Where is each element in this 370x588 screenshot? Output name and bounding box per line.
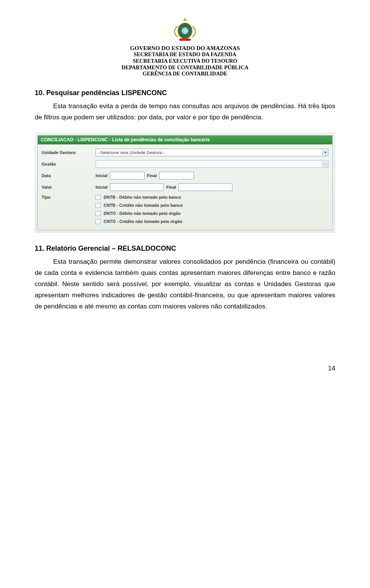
tipo-checkbox-cntb[interactable]: CNTB - Crédito não tomado pelo banco <box>96 203 183 208</box>
chevron-down-icon <box>322 161 328 167</box>
header-line-3: SECRETARIA EXECUTIVA DO TESOURO <box>35 58 335 65</box>
label-data: Data <box>42 173 96 178</box>
checkbox-icon <box>96 195 101 200</box>
label-data-inicial: Inicial <box>96 173 108 178</box>
page-number: 14 <box>35 318 335 388</box>
label-data-final: Final <box>147 173 157 178</box>
tipo-checkbox-dntb[interactable]: DNTB - Débito não tomado pelo banco <box>96 195 183 200</box>
gestao-select[interactable] <box>96 160 328 168</box>
tipo-label-cntb: CNTB - Crédito não tomado pelo banco <box>104 203 183 208</box>
checkbox-icon <box>96 203 101 208</box>
tipo-label-dntb: DNTB - Débito não tomado pelo banco <box>104 195 181 199</box>
tipo-checkbox-dnto[interactable]: DNTO - Débito não tomado pelo órgão <box>96 211 183 216</box>
checkbox-icon <box>96 211 101 216</box>
svg-rect-1 <box>179 39 191 41</box>
header-line-2: SECRETARIA DE ESTADO DA FAZENDA <box>35 52 335 58</box>
valor-final-input[interactable] <box>178 183 232 191</box>
checkbox-icon <box>96 219 101 224</box>
label-unidade-gestora: Unidade Gestora <box>42 150 96 155</box>
label-gestao: Gestão <box>42 162 96 166</box>
valor-inicial-input[interactable] <box>110 183 164 191</box>
tipo-checkbox-cnto[interactable]: CNTO - Crédito não tomado pelo órgão <box>96 219 183 224</box>
header-line-4: DEPARTAMENTO DE CONTABILIDADE PÚBLICA <box>35 65 335 71</box>
unidade-gestora-select[interactable]: --Selecione uma Unidade Gestora-- <box>96 149 328 156</box>
label-valor: Valor <box>42 185 96 189</box>
data-inicial-input[interactable] <box>110 172 145 179</box>
label-valor-inicial: Inicial <box>96 185 108 189</box>
tipo-label-dnto: DNTO - Débito não tomado pelo órgão <box>104 211 181 216</box>
label-valor-final: Final <box>166 185 176 189</box>
section-11-paragraph: Esta transação permite demonstrar valore… <box>35 256 335 312</box>
tipo-label-cnto: CNTO - Crédito não tomado pelo órgão <box>104 219 182 224</box>
header-line-5: GERÊNCIA DE CONTABILIDADE <box>35 71 335 77</box>
header-line-1: GOVERNO DO ESTADO DO AMAZONAS <box>35 45 335 52</box>
chevron-down-icon <box>322 149 328 156</box>
unidade-gestora-placeholder: --Selecione uma Unidade Gestora-- <box>98 150 165 155</box>
section-11-title: 11. Relatório Gerencial – RELSALDOCONC <box>35 245 335 253</box>
label-tipo: Tipo <box>42 195 96 199</box>
section-10-title: 10. Pesquisar pendências LISPENCONC <box>35 89 335 97</box>
gov-crest-logo <box>35 15 335 42</box>
lispenconc-form-screenshot: CONCILIACAO - LISPENCONC - Lista de pend… <box>35 132 335 233</box>
form-titlebar: CONCILIACAO - LISPENCONC - Lista de pend… <box>38 136 332 144</box>
data-final-input[interactable] <box>159 172 194 179</box>
section-10-paragraph: Esta transação evita a perda de tempo na… <box>35 101 335 123</box>
document-header: GOVERNO DO ESTADO DO AMAZONAS SECRETARIA… <box>35 45 335 77</box>
